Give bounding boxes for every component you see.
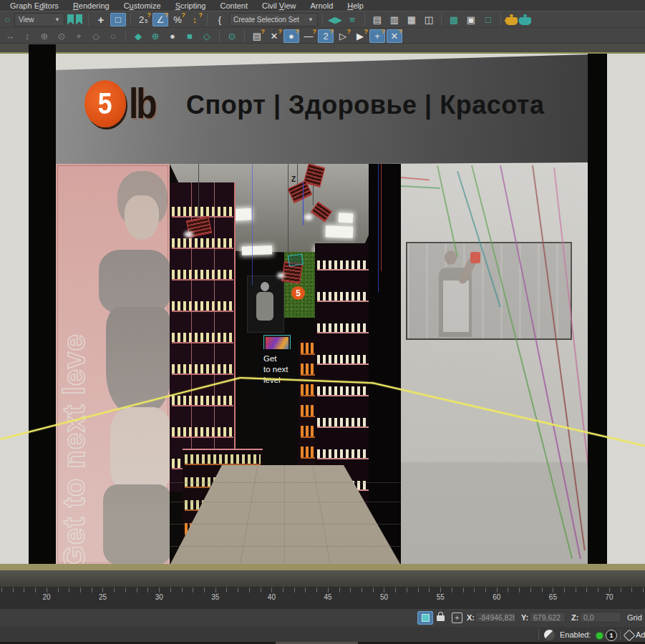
absolute-mode-transform-icon[interactable]: + xyxy=(452,613,462,623)
layer-manager-button[interactable]: ▤ xyxy=(369,13,385,26)
select-object-button[interactable]: □ xyxy=(110,13,126,26)
shelf-row xyxy=(172,270,233,280)
angle-snap-toggle-button[interactable]: ∠ xyxy=(152,13,168,26)
selection-region-icon[interactable]: ◇ xyxy=(199,29,215,43)
store-banner[interactable]: 5 lb Спорт | Здоровье | Красота xyxy=(53,54,591,166)
menu-arnold[interactable]: Arnold xyxy=(303,1,340,10)
disabled-tool-icon[interactable]: ◇ xyxy=(88,29,104,43)
edit-named-selection-sets-button[interactable]: { xyxy=(212,13,228,26)
shelf-row xyxy=(185,454,261,465)
snap-intersection-toggle-button[interactable]: ✕ xyxy=(387,29,402,43)
axis-constraint-z-icon[interactable]: ⊕ xyxy=(37,29,52,43)
snaps-toggle-button[interactable]: 2 5 xyxy=(135,13,151,26)
right-storefront-window[interactable] xyxy=(401,164,588,565)
timeline-track-bar[interactable]: 2025303540455055606570 xyxy=(0,587,645,610)
bone-tool-icon[interactable]: ✕ xyxy=(266,29,282,43)
axis-constraint-x-icon[interactable]: ↔ xyxy=(2,29,18,43)
storefront-right-column[interactable] xyxy=(588,54,607,565)
disabled-tool-icon[interactable]: + xyxy=(71,29,87,43)
storefront-left-column[interactable] xyxy=(29,44,56,565)
scene-package-icon[interactable] xyxy=(624,630,636,642)
menu-content[interactable]: Content xyxy=(213,1,255,10)
get-to-next-level-sign[interactable]: Get to next level xyxy=(256,349,298,399)
ceiling-light-panel[interactable] xyxy=(326,225,354,238)
z-coordinate-field[interactable]: 0,0 xyxy=(580,612,621,623)
selected-lamp-wireframe[interactable] xyxy=(288,254,304,267)
angle-tool-icon[interactable]: ▷ xyxy=(335,29,351,43)
align-button[interactable]: ≡ xyxy=(344,13,360,26)
poster-man-body xyxy=(256,292,273,321)
select-and-link-icon[interactable] xyxy=(67,14,74,25)
arrow-tool-icon[interactable]: ▶ xyxy=(352,29,368,43)
undo-icon[interactable]: ○ xyxy=(2,13,13,26)
left-storefront-window[interactable]: Get to next leve xyxy=(56,164,170,565)
timeline-label-60: 60 xyxy=(493,593,500,601)
selection-tool-icon[interactable]: ● xyxy=(165,29,180,43)
z-axis-line xyxy=(303,182,304,225)
toolbar-separator xyxy=(500,14,501,26)
axis-constraint-plane-icon[interactable]: ⊙ xyxy=(54,29,69,43)
rendered-frame-window-button[interactable]: □ xyxy=(480,13,496,26)
disabled-tool-icon[interactable]: ○ xyxy=(105,29,121,43)
store-interior[interactable]: 5 Get to next level xyxy=(170,164,401,587)
menu-scripting[interactable]: Scripting xyxy=(168,1,213,10)
axis-constraint-y-icon[interactable]: ↕ xyxy=(19,29,35,43)
material-editor-button[interactable]: ▩ xyxy=(446,13,462,26)
snap-point-toggle-button[interactable]: ● xyxy=(283,29,299,43)
render-setup-button[interactable]: ▣ xyxy=(463,13,479,26)
spinner-snap-toggle-button[interactable]: ↕ xyxy=(187,13,203,26)
status-green-dot[interactable] xyxy=(596,633,603,639)
snap-edge-icon[interactable]: — xyxy=(301,29,316,43)
snap-midpoint-toggle-button[interactable]: 2 xyxy=(318,29,334,43)
toolbar-separator xyxy=(441,14,442,26)
shelf-row xyxy=(172,427,233,438)
shelf-row xyxy=(172,301,233,312)
adaptive-degradation-icon[interactable] xyxy=(544,630,555,640)
menu-customize[interactable]: Customize xyxy=(117,1,168,10)
floor-tile-line xyxy=(170,524,401,525)
x-coordinate-field[interactable]: -84946,828 xyxy=(475,612,515,623)
shelf-row xyxy=(317,449,370,459)
snap-grid-icon[interactable]: ▤ xyxy=(249,29,265,43)
bar-separator xyxy=(620,630,621,640)
mirror-button[interactable]: ◀▶ xyxy=(327,13,343,26)
hanging-wire-blue xyxy=(378,164,379,293)
menu-civil-view[interactable]: Civil View xyxy=(255,1,304,10)
menu-help[interactable]: Help xyxy=(340,1,371,10)
y-coordinate-field[interactable]: 679,622 xyxy=(530,612,566,623)
window-glass-reflection xyxy=(56,164,170,565)
selection-lock-icon[interactable]: ⊙ xyxy=(224,29,240,43)
isolate-icon xyxy=(422,614,430,622)
viewport[interactable]: 5 lb Спорт | Здоровье | Красота Get to n… xyxy=(0,44,645,587)
isolate-selection-button[interactable] xyxy=(417,611,433,625)
named-selection-set-dropdown[interactable]: Create Selection Set ▼ xyxy=(229,13,318,26)
schematic-view-button[interactable]: ◫ xyxy=(421,13,437,26)
reference-coordinate-dropdown[interactable]: View ▼ xyxy=(14,13,64,26)
add-button[interactable]: Add xyxy=(636,630,645,639)
timeline-label-45: 45 xyxy=(324,593,331,601)
poster-man-head xyxy=(261,282,269,291)
timeline-label-65: 65 xyxy=(549,593,557,601)
shelf-row xyxy=(317,292,370,302)
shelf-row xyxy=(317,418,370,428)
percent-snap-toggle-button[interactable]: % xyxy=(170,13,185,26)
curve-editor-button[interactable]: ▦ xyxy=(404,13,420,26)
menu-graph-editors[interactable]: Graph Editors xyxy=(3,1,66,10)
unlink-selection-icon[interactable] xyxy=(76,14,82,25)
select-and-move-button[interactable]: + xyxy=(93,13,109,26)
window-crossing-icon[interactable]: ■ xyxy=(182,29,198,43)
main-toolbar: ○ View ▼ + □ 2 5 ∠ % ↕ { Create Selectio… xyxy=(0,11,645,28)
pivot-tool-icon[interactable]: ⊕ xyxy=(147,29,163,43)
shelf-row xyxy=(172,238,233,249)
ceiling-light-panel[interactable] xyxy=(339,213,354,223)
floor-tile-line xyxy=(170,546,401,547)
soft-selection-icon[interactable]: ◆ xyxy=(130,29,146,43)
render-iterative-icon[interactable] xyxy=(519,17,531,25)
grid-label: Grid xyxy=(627,613,642,622)
menu-rendering[interactable]: Rendering xyxy=(66,1,117,10)
ceiling-light-panel[interactable] xyxy=(242,245,272,255)
scene-explorer-button[interactable]: ▥ xyxy=(387,13,402,26)
menu-bar: Graph EditorsRenderingCustomizeScripting… xyxy=(0,0,645,11)
selection-lock-icon[interactable] xyxy=(437,615,445,621)
snap-extend-toggle-button[interactable]: + xyxy=(369,29,385,43)
